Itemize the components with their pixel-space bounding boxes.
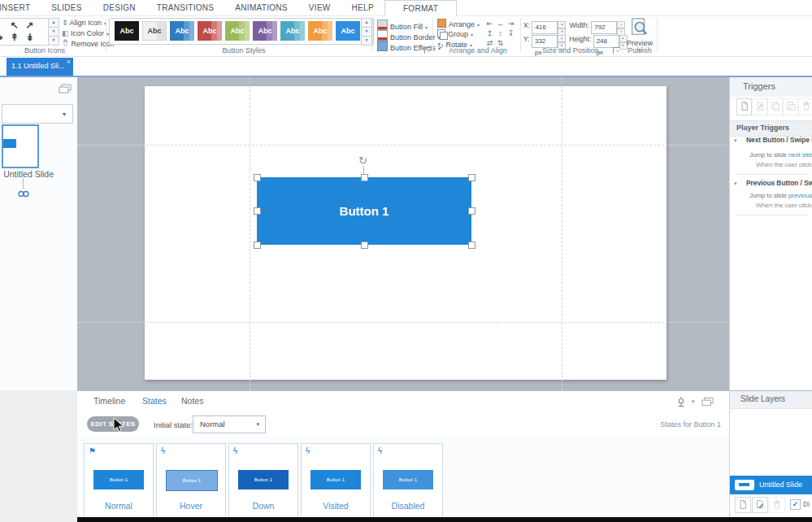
resize-handle-sw[interactable] <box>254 241 261 249</box>
width-input[interactable]: 792 px <box>591 21 617 34</box>
timeline-zoom-icon[interactable] <box>675 396 687 407</box>
new-layer-button[interactable] <box>735 497 751 513</box>
ribbon-tab-help[interactable]: HELP <box>341 0 384 15</box>
group-button[interactable]: Group▾ <box>437 29 473 39</box>
layer-item-untitled-slide[interactable]: Untitled Slide <box>730 476 812 494</box>
x-stepper[interactable]: ▴▾ <box>558 21 565 34</box>
button-style-swatch[interactable]: Abc <box>308 21 332 41</box>
arrow-icon[interactable]: ⇢ <box>0 32 7 44</box>
trigger-item-title[interactable]: Previous Button / Swipe Right <box>746 179 812 187</box>
dialog-launcher-icon[interactable]: ↘ <box>613 47 619 54</box>
arrow-icon[interactable]: ↗ <box>22 20 37 32</box>
slide-thumbnail[interactable] <box>2 124 39 168</box>
arrow-icon[interactable]: ↓ <box>0 20 7 32</box>
ribbon-tab-insert[interactable]: INSERT <box>0 0 41 15</box>
delete-layer-button[interactable] <box>769 497 785 513</box>
gallery-more-icon[interactable]: ▼ <box>361 37 372 46</box>
step-up-icon[interactable]: ▴ <box>558 35 566 42</box>
state-card-down[interactable]: ϟ Button 1 Down <box>228 443 298 520</box>
resize-handle-n[interactable] <box>361 174 368 181</box>
button-style-swatch[interactable]: Abc <box>280 21 305 41</box>
button-style-swatch[interactable]: Abc <box>115 21 139 41</box>
chevron-down-icon[interactable]: ▾ <box>734 181 737 187</box>
gallery-down-icon[interactable]: ▼ <box>361 28 372 37</box>
arrow-icon[interactable]: ↟ <box>7 32 22 44</box>
tab-timeline[interactable]: Timeline <box>93 396 125 406</box>
trigger-action-link[interactable]: previous slide <box>788 192 812 199</box>
style-gallery-scroll[interactable]: ▲ ▼ ▼ <box>361 18 371 45</box>
duplicate-layer-button[interactable] <box>752 497 768 513</box>
button-1-shape[interactable]: Button 1 <box>257 177 471 245</box>
chevron-down-icon: ▾ <box>256 421 259 428</box>
ribbon-tab-animations[interactable]: ANIMATIONS <box>224 0 297 15</box>
resize-handle-se[interactable] <box>468 241 475 249</box>
trigger-action[interactable]: Jump to slide previous slide <box>749 192 812 199</box>
copy-trigger-button[interactable] <box>767 98 783 115</box>
icon-gallery-scroll[interactable]: ▲ ▼ ▼ <box>48 18 59 45</box>
icon-color-button[interactable]: ◧ Icon Color▾ <box>62 28 109 38</box>
button-effects-button[interactable]: Button Effects▾ <box>377 41 441 50</box>
gallery-down-icon[interactable]: ▼ <box>48 28 59 37</box>
button-style-swatch[interactable]: Abc <box>198 21 222 41</box>
align-center-icon[interactable]: ↔ <box>496 20 505 28</box>
state-card-hover[interactable]: ϟ Button 1 Hover <box>156 443 226 520</box>
chevron-down-icon[interactable]: ▾ <box>692 398 695 405</box>
collapse-panel-icon[interactable] <box>701 397 714 407</box>
arrange-button[interactable]: Arrange▾ <box>437 19 480 28</box>
gallery-up-icon[interactable]: ▲ <box>361 18 372 28</box>
tab-notes[interactable]: Notes <box>181 396 203 406</box>
scene-select[interactable]: ▾ <box>2 104 73 124</box>
resize-handle-e[interactable] <box>468 207 475 215</box>
arrow-icon[interactable]: ↖ <box>7 20 22 32</box>
state-card-visited[interactable]: ϟ Button 1 Visited <box>301 443 371 520</box>
gallery-more-icon[interactable]: ▼ <box>48 37 59 46</box>
state-card-normal[interactable]: ⚑ Button 1 Normal <box>84 443 154 520</box>
trigger-action[interactable]: Jump to slide next slide <box>749 151 812 159</box>
slide-thumbnail-label: Untitled Slide <box>3 169 54 179</box>
step-up-icon[interactable]: ▴ <box>558 21 566 28</box>
dialog-launcher-icon[interactable]: ↘ <box>424 47 431 54</box>
button-fill-button[interactable]: Button Fill▾ <box>377 20 428 29</box>
align-right-icon[interactable]: ⇥ <box>506 20 515 28</box>
align-middle-icon[interactable]: ↕ <box>496 29 505 38</box>
initial-state-select[interactable]: Normal ▾ <box>193 415 266 433</box>
arrow-icon[interactable]: ↡ <box>22 32 37 44</box>
x-input[interactable]: 416 px <box>532 21 558 34</box>
width-label: Width: <box>570 21 589 29</box>
trigger-action-link[interactable]: next slide <box>788 151 812 159</box>
paste-trigger-button[interactable] <box>783 98 798 115</box>
resize-handle-ne[interactable] <box>468 174 475 181</box>
ribbon-tab-view[interactable]: VIEW <box>298 0 341 15</box>
collapse-panel-icon[interactable] <box>59 84 72 94</box>
ribbon-tab-slides[interactable]: SLIDES <box>41 0 92 15</box>
tab-states[interactable]: States <box>142 396 167 406</box>
ribbon-tab-transitions[interactable]: TRANSITIONS <box>146 0 225 15</box>
trigger-item-title[interactable]: Next Button / Swipe Left <box>746 136 812 144</box>
delete-trigger-button[interactable] <box>798 98 812 115</box>
chevron-down-icon[interactable]: ▾ <box>734 137 737 144</box>
layer-checkbox[interactable]: ✓ <box>790 499 801 510</box>
button-style-swatch[interactable]: Abc <box>170 21 194 41</box>
align-top-icon[interactable]: ↥ <box>485 29 494 38</box>
resize-handle-nw[interactable] <box>254 174 261 181</box>
button-icon-gallery[interactable]: ↓↖↗ ⇢↟↡ <box>0 18 49 46</box>
button-style-swatch[interactable]: Abc <box>225 21 250 41</box>
ribbon-tab-design[interactable]: DESIGN <box>93 0 146 15</box>
slide-tab[interactable]: 1.1 Untitled Sli... × <box>7 58 73 76</box>
button-style-swatch[interactable]: Abc <box>142 21 167 41</box>
resize-handle-w[interactable] <box>254 207 261 215</box>
gallery-up-icon[interactable]: ▲ <box>48 18 59 28</box>
button-style-swatch[interactable]: Abc <box>336 21 360 41</box>
rotation-handle-icon[interactable]: ↻ <box>358 154 367 167</box>
close-icon[interactable]: × <box>67 58 71 66</box>
align-icon-button[interactable]: ⇕ Align Icon▾ <box>62 18 106 28</box>
button-style-swatch[interactable]: Abc <box>253 21 277 41</box>
align-bottom-icon[interactable]: ↧ <box>506 29 515 38</box>
state-card-disabled[interactable]: ϟ Button 1 Disabled <box>373 443 443 520</box>
resize-handle-s[interactable] <box>361 241 368 249</box>
edit-trigger-button[interactable] <box>752 98 767 115</box>
button-border-button[interactable]: Button Border▾ <box>377 30 441 40</box>
align-left-icon[interactable]: ⇤ <box>485 20 494 28</box>
new-trigger-button[interactable] <box>736 98 752 115</box>
ribbon-tab-format[interactable]: FORMAT <box>384 0 457 16</box>
